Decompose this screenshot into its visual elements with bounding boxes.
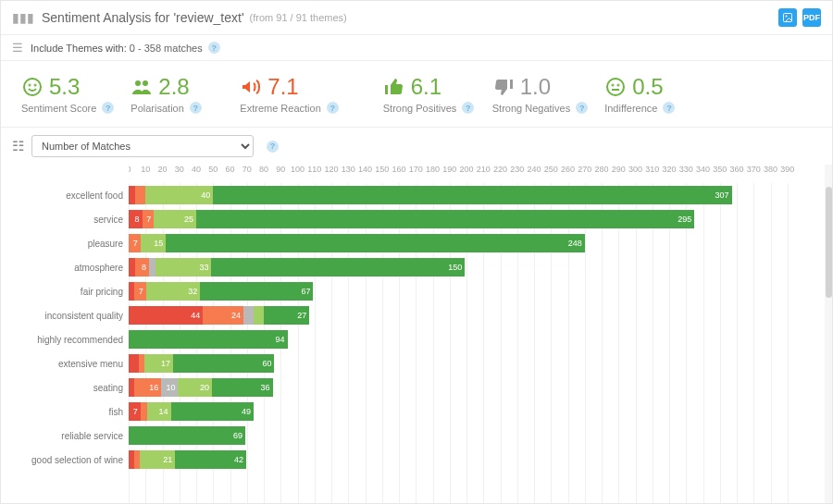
svg-point-10: [618, 85, 619, 86]
help-icon[interactable]: ?: [576, 102, 588, 114]
help-icon[interactable]: ?: [208, 42, 220, 54]
bar-segment[interactable]: 6: [129, 354, 139, 373]
axis-tick: 100: [291, 165, 305, 174]
bar-segment[interactable]: 4: [141, 402, 147, 421]
bar-segment[interactable]: 8: [135, 258, 149, 277]
bar-segment[interactable]: 44: [129, 306, 203, 325]
bar-segment[interactable]: 20: [178, 378, 212, 397]
axis-tick: 30: [175, 165, 184, 174]
export-image-button[interactable]: [778, 8, 797, 27]
bar-segment[interactable]: 150: [211, 258, 465, 277]
help-icon[interactable]: ?: [327, 102, 339, 114]
bar-row[interactable]: 741449: [129, 400, 819, 424]
metrics-row: 5.3Sentiment Score?2.8Polarisation?7.1Ex…: [1, 61, 832, 128]
help-icon[interactable]: ?: [267, 141, 279, 153]
metric-value: 6.1: [411, 74, 441, 100]
bar-segment[interactable]: 248: [166, 234, 585, 252]
mega-icon: [240, 76, 267, 98]
metric-sentiment-score: 5.3Sentiment Score?: [21, 74, 114, 114]
metric-strong-negatives: 1.0Strong Negatives?: [492, 74, 588, 114]
sort-icon[interactable]: ☷: [12, 138, 24, 154]
axis-tick: 220: [493, 165, 507, 174]
bar-segment[interactable]: 295: [196, 210, 694, 228]
bar-segment[interactable]: 42: [175, 450, 246, 469]
bar-row[interactable]: 69: [129, 424, 819, 448]
bar-segment[interactable]: 14: [147, 402, 171, 421]
bar-row[interactable]: 94: [129, 327, 819, 351]
axis-tick: 280: [594, 165, 608, 174]
category-label: fish: [8, 400, 129, 424]
page-title: Sentiment Analysis for 'review_text': [42, 10, 244, 25]
scrollbar-thumb[interactable]: [826, 187, 832, 298]
sliders-icon[interactable]: ☰: [12, 41, 23, 55]
axis-tick: 390: [780, 165, 794, 174]
axis-tick: 90: [276, 165, 285, 174]
axis-tick: 0: [129, 165, 131, 174]
bar-segment[interactable]: 40: [145, 186, 213, 204]
bar-segment[interactable]: 6: [135, 186, 145, 204]
axis-tick: 270: [578, 165, 591, 174]
metric-label: Polarisation: [131, 103, 183, 114]
bar-segment[interactable]: 4: [129, 258, 135, 277]
bar-row[interactable]: 48433150: [129, 255, 819, 279]
bar-segment[interactable]: 21: [140, 450, 175, 469]
bar-segment[interactable]: 4: [129, 186, 135, 204]
svg-point-7: [607, 79, 624, 95]
bar-segment[interactable]: 36: [212, 378, 273, 397]
bar-segment[interactable]: 307: [213, 186, 731, 204]
bar-segment[interactable]: 49: [171, 402, 254, 421]
bar-segment[interactable]: 67: [200, 282, 313, 301]
axis-tick: 250: [544, 165, 558, 174]
chart-plot: 0102030405060708090100110120130140150160…: [129, 165, 819, 503]
bar-segment[interactable]: 8: [129, 210, 143, 228]
sort-select[interactable]: Number of Matches: [31, 135, 254, 157]
bar-segment[interactable]: 94: [129, 330, 288, 349]
bar-segment[interactable]: 7: [143, 210, 155, 228]
axis-tick: 160: [392, 165, 405, 174]
export-pdf-button[interactable]: PDF: [802, 8, 821, 27]
bar-segment[interactable]: 17: [144, 354, 173, 373]
bar-segment[interactable]: 7: [129, 234, 141, 252]
bar-segment[interactable]: 7: [129, 402, 141, 421]
bar-segment[interactable]: 33: [155, 258, 211, 277]
bar-row[interactable]: 44246627: [129, 303, 819, 327]
help-icon[interactable]: ?: [102, 102, 114, 114]
bar-segment[interactable]: 16: [134, 378, 161, 397]
bar-row[interactable]: 715248: [129, 231, 819, 255]
thumbu-icon: [383, 76, 411, 98]
category-label: highly recommended: [8, 327, 129, 351]
bar-row[interactable]: 631760: [129, 351, 819, 375]
bar-segment[interactable]: 7: [134, 282, 146, 301]
bar-segment[interactable]: 69: [129, 426, 245, 445]
bar-row[interactable]: 332142: [129, 448, 819, 472]
bar-segment[interactable]: 4: [149, 258, 155, 277]
chart-bars: 4640307872529571524848433150373267442466…: [129, 183, 819, 472]
axis-tick: 170: [409, 165, 423, 174]
bar-row[interactable]: 373267: [129, 279, 819, 303]
axis-tick: 180: [426, 165, 440, 174]
image-icon: [782, 12, 793, 23]
bar-segment[interactable]: 32: [146, 282, 200, 301]
bar-segment[interactable]: 6: [254, 306, 264, 325]
page-subtitle: (from 91 / 91 themes): [250, 12, 347, 23]
help-icon[interactable]: ?: [190, 102, 202, 114]
category-label: reliable service: [8, 424, 129, 448]
help-icon[interactable]: ?: [663, 102, 675, 114]
bar-segment[interactable]: 15: [141, 234, 166, 252]
bar-segment[interactable]: 24: [203, 306, 243, 325]
axis-tick: 210: [477, 165, 491, 174]
bar-row[interactable]: 8725295: [129, 207, 819, 231]
filter-range: 0 - 358 matches: [130, 43, 203, 54]
chart-area: excellent foodservicepleasureatmospheref…: [1, 165, 832, 503]
bar-segment[interactable]: 27: [264, 306, 309, 325]
bar-row[interactable]: 316102036: [129, 375, 819, 400]
bar-segment[interactable]: 10: [161, 378, 178, 397]
bar-segment[interactable]: 25: [154, 210, 196, 228]
svg-point-2: [24, 79, 41, 95]
metric-extreme-reaction: 7.1Extreme Reaction?: [240, 74, 338, 114]
bar-row[interactable]: 4640307: [129, 183, 819, 207]
bar-segment[interactable]: 60: [173, 354, 275, 373]
axis-tick: 150: [375, 165, 389, 174]
help-icon[interactable]: ?: [462, 102, 474, 114]
bar-segment[interactable]: 6: [243, 306, 254, 325]
